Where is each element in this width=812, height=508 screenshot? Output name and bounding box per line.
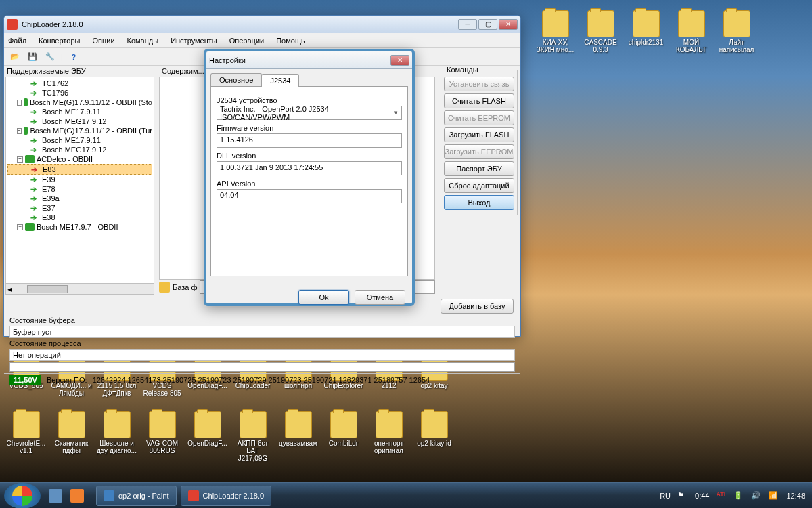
desktop-icon[interactable]: АКПП-6ст ВАГ J217,09G bbox=[230, 410, 275, 463]
tray-ati-icon[interactable]: ATI bbox=[716, 491, 727, 501]
command-button[interactable]: Считать FLASH bbox=[444, 93, 514, 108]
quicklaunch-wmplayer[interactable] bbox=[68, 486, 87, 505]
desktop-icon[interactable]: МОЙ КОБАЛЬТ bbox=[669, 9, 714, 55]
minimize-button[interactable]: ─ bbox=[458, 19, 477, 30]
menu-item[interactable]: Команды bbox=[127, 37, 159, 45]
command-button[interactable]: Загрузить FLASH bbox=[444, 127, 514, 142]
desktop-icon[interactable]: КИА-ХУ, ЗКИЯ мно... bbox=[533, 9, 578, 55]
tree-item[interactable]: ➔Bosch ME17.9.11 bbox=[7, 107, 152, 117]
folder-icon bbox=[330, 411, 357, 438]
close-button[interactable]: ✕ bbox=[499, 19, 518, 30]
buffer-state-label: Состояние буфера bbox=[9, 316, 515, 324]
toolbar-open-icon[interactable]: 📂 bbox=[8, 50, 22, 64]
language-indicator[interactable]: RU bbox=[660, 492, 671, 500]
tree-item[interactable]: ➔Bosch MEG17.9.12 bbox=[7, 145, 152, 154]
folder-icon bbox=[13, 411, 40, 438]
progress-bar bbox=[9, 362, 515, 372]
tree-item[interactable]: +Bosch ME17.9.7 - OBDII bbox=[7, 222, 152, 232]
start-button[interactable] bbox=[4, 483, 41, 509]
tree-item[interactable]: ➔Bosch MEG17.9.12 bbox=[7, 117, 152, 126]
command-button[interactable]: Сброс адаптаций bbox=[444, 178, 514, 193]
desktop-icon[interactable]: цувавамвам bbox=[275, 410, 321, 448]
add-to-db-button[interactable]: Добавить в базу bbox=[441, 299, 514, 314]
desktop-icons-top: КИА-ХУ, ЗКИЯ мно...CASCADE 0.9.3chipldr2… bbox=[533, 9, 810, 55]
tree-item[interactable]: −Bosch ME(G)17.9.11/12 - OBDII (Sto bbox=[7, 98, 152, 107]
desktop-icon[interactable]: ChevroletE... v1.1 bbox=[3, 410, 49, 456]
tree-item[interactable]: ➔Bosch ME17.9.11 bbox=[7, 135, 152, 145]
menu-item[interactable]: Конверторы bbox=[39, 37, 80, 45]
menu-item[interactable]: Опции bbox=[92, 37, 114, 45]
toolbar-save-icon[interactable]: 💾 bbox=[26, 50, 39, 64]
desktop-icon[interactable]: OpenDiagF... bbox=[185, 410, 230, 448]
ecu-tree[interactable]: ➔TC1762➔TC1796−Bosch ME(G)17.9.11/12 - O… bbox=[5, 77, 154, 284]
cancel-button[interactable]: Отмена bbox=[355, 290, 405, 305]
ok-button[interactable]: Ok bbox=[298, 290, 349, 305]
taskbar-item-paint[interactable]: op2 orig - Paint bbox=[96, 486, 177, 506]
command-button[interactable]: Считать EEPROM bbox=[444, 110, 514, 125]
maximize-button[interactable]: ▢ bbox=[478, 19, 497, 30]
tree-item[interactable]: ➔E37 bbox=[7, 203, 152, 213]
process-state-value: Нет операций bbox=[9, 349, 515, 361]
ecu-item-icon: ➔ bbox=[30, 136, 40, 144]
menu-item[interactable]: Операции bbox=[229, 37, 264, 45]
tree-item[interactable]: −ACDelco - OBDII bbox=[7, 154, 152, 164]
tray-network-icon[interactable]: 📶 bbox=[769, 491, 780, 501]
clock-1[interactable]: 0:44 bbox=[695, 492, 709, 500]
desktop-icon[interactable]: CASCADE 0.9.3 bbox=[578, 9, 623, 55]
tab-main[interactable]: Основное bbox=[210, 73, 262, 86]
tree-label: Поддерживаемые ЭБУ bbox=[4, 66, 156, 77]
menu-item[interactable]: Файл bbox=[8, 37, 26, 45]
folder-icon bbox=[587, 10, 614, 37]
ecu-group-icon bbox=[25, 223, 35, 231]
dll-value: 1.00.3721 Jan 9 2013 17:24:55 bbox=[217, 161, 402, 175]
dialog-titlebar[interactable]: Настройки ✕ bbox=[206, 51, 412, 69]
tree-item[interactable]: ➔TC1796 bbox=[7, 88, 152, 98]
ecu-group-icon bbox=[24, 127, 28, 135]
desktop-icon[interactable]: op2 kitay id bbox=[411, 410, 457, 448]
tree-item[interactable]: ➔E78 bbox=[7, 184, 152, 194]
expand-icon[interactable]: + bbox=[17, 224, 23, 230]
folder-icon bbox=[149, 411, 176, 438]
tab-j2534[interactable]: J2534 bbox=[261, 74, 299, 87]
version-value: 12642924 12654173 25190725 25190723 2519… bbox=[93, 376, 430, 384]
desktop-icon[interactable]: CombiLdr bbox=[321, 410, 366, 448]
folder-icon bbox=[542, 10, 569, 37]
ecu-selected-icon: ➔ bbox=[31, 165, 41, 173]
tray-flag-icon[interactable]: ⚑ bbox=[677, 491, 688, 501]
tree-scrollbar[interactable]: ◄ bbox=[5, 284, 154, 295]
clock-2[interactable]: 12:48 bbox=[786, 492, 805, 500]
expand-icon[interactable]: − bbox=[17, 100, 22, 106]
commands-group-label: Команды bbox=[444, 66, 481, 74]
tray-volume-icon[interactable]: 🔊 bbox=[751, 491, 762, 501]
desktop-icon[interactable]: VAG-COM 805RUS bbox=[139, 410, 185, 456]
menu-item[interactable]: Помощь bbox=[276, 37, 305, 45]
taskbar-item-chiploader[interactable]: ChipLoader 2.18.0 bbox=[181, 486, 272, 506]
toolbar-wrench-icon[interactable]: 🔧 bbox=[43, 50, 57, 64]
expand-icon[interactable]: − bbox=[17, 156, 23, 163]
tree-item[interactable]: ➔TC1762 bbox=[7, 79, 152, 88]
dialog-close-button[interactable]: ✕ bbox=[390, 55, 409, 66]
tray-battery-icon[interactable]: 🔋 bbox=[734, 491, 744, 501]
quicklaunch-explorer[interactable] bbox=[46, 486, 65, 505]
device-combo[interactable]: Tactrix Inc. - OpenPort 2.0 J2534 ISO/CA… bbox=[217, 106, 402, 120]
desktop-icon[interactable]: Шевроле и дэу диагно... bbox=[94, 410, 139, 456]
tree-item[interactable]: −Bosch ME(G)17.9.11/12 - OBDII (Tur bbox=[7, 126, 152, 135]
command-button[interactable]: Установить связь bbox=[444, 77, 514, 91]
menu-item[interactable]: Инструменты bbox=[171, 37, 217, 45]
tree-item[interactable]: ➔E39 bbox=[7, 175, 152, 184]
tree-item[interactable]: ➔E83 bbox=[7, 164, 152, 175]
desktop-icon[interactable]: chipldr2131 bbox=[623, 9, 669, 55]
command-button[interactable]: Загрузить EEPROM bbox=[444, 144, 514, 159]
desktop-icon[interactable]: Сканматик пдфы bbox=[49, 410, 94, 456]
desktop-icon[interactable]: Лайт написьілал bbox=[714, 9, 759, 55]
desktop-icon[interactable]: опенпорт оригинал bbox=[366, 410, 411, 456]
ecu-item-icon: ➔ bbox=[30, 89, 40, 97]
expand-icon[interactable]: − bbox=[17, 128, 22, 134]
command-button[interactable]: Паспорт ЭБУ bbox=[444, 161, 514, 176]
titlebar[interactable]: ChipLoader 2.18.0 ─ ▢ ✕ bbox=[4, 16, 520, 33]
app-icon bbox=[7, 19, 18, 30]
tree-item[interactable]: ➔E39a bbox=[7, 194, 152, 203]
tree-item[interactable]: ➔E38 bbox=[7, 213, 152, 222]
toolbar-help-icon[interactable]: ? bbox=[67, 50, 81, 64]
command-button[interactable]: Выход bbox=[444, 195, 514, 210]
